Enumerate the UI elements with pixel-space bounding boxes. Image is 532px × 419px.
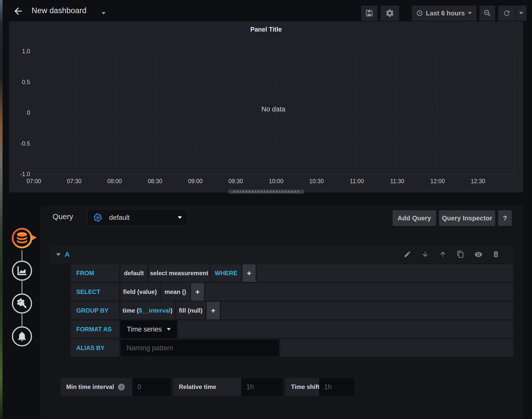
area-chart-icon (16, 265, 28, 276)
duplicate-query-icon[interactable] (457, 250, 465, 259)
refresh-button-group (498, 6, 526, 21)
add-where-condition-button[interactable]: + (243, 264, 256, 282)
zoom-out-icon (483, 9, 491, 17)
gear-wrench-icon (16, 297, 28, 310)
y-tick-label: 0 (10, 109, 30, 116)
x-gridline (236, 51, 236, 174)
help-button[interactable]: ? (498, 210, 512, 226)
x-tick-label: 12:30 (464, 178, 492, 185)
add-query-button[interactable]: Add Query (393, 210, 436, 226)
panel-title[interactable]: Panel Title (9, 26, 523, 33)
relative-time-input[interactable] (241, 378, 282, 396)
y-tick-label: -0.5 (10, 140, 30, 147)
info-icon[interactable]: i (118, 384, 125, 390)
x-tick-label: 07:30 (60, 178, 88, 185)
row-filler (178, 320, 513, 338)
desktop-wallpaper-edge (0, 0, 3, 419)
refresh-caret-icon (519, 12, 523, 14)
groupby-time-prefix: time ( (123, 307, 139, 314)
select-field-segment[interactable]: field (value) (120, 283, 160, 301)
groupby-time-segment[interactable]: time ($__interval) (120, 302, 175, 319)
plot-right-edge (514, 51, 514, 174)
format-as-value: Time series (127, 325, 162, 333)
groupby-time-variable: $__interval (139, 307, 170, 314)
no-data-message: No data (32, 105, 514, 113)
rail-connector (21, 250, 22, 261)
x-gridline (74, 51, 75, 174)
refresh-dashboard-button[interactable] (498, 6, 516, 21)
datasource-name: default (109, 214, 130, 222)
sidebar-tab-alert[interactable] (12, 326, 32, 346)
time-shift-input-wrap (319, 378, 354, 396)
alias-by-input-wrap (120, 339, 279, 357)
refresh-interval-dropdown[interactable] (516, 6, 526, 21)
select-function-segment[interactable]: mean () (161, 283, 190, 301)
min-time-interval-option: Min time interval i (61, 378, 170, 396)
move-query-up-icon[interactable] (439, 250, 447, 259)
top-navigation-bar: New dashboard Last 6 hours (3, 0, 532, 21)
panel-resize-handle[interactable] (228, 190, 304, 194)
datasource-picker[interactable]: default (87, 209, 188, 226)
delete-query-trash-icon[interactable] (492, 250, 500, 259)
where-keyword: WHERE (211, 264, 241, 282)
from-measurement-segment[interactable]: select measurement (149, 264, 210, 282)
time-shift-option: Time shift (285, 378, 354, 396)
from-keyword: FROM (71, 264, 119, 282)
y-tick-label: 1.0 (10, 48, 30, 55)
aliasby-keyword: ALIAS BY (71, 339, 119, 357)
select-keyword: SELECT (71, 283, 119, 301)
x-tick-label: 11:30 (383, 178, 411, 185)
dashboard-title-caret-icon[interactable] (102, 12, 106, 14)
y-gridline (32, 174, 514, 174)
add-groupby-part-button[interactable]: + (207, 302, 220, 319)
relative-time-label: Relative time (179, 383, 216, 390)
edit-pencil-icon[interactable] (404, 250, 412, 259)
query-ref-id: A (65, 250, 70, 259)
time-range-caret-icon (468, 12, 472, 14)
influxdb-datasource-icon (93, 213, 103, 222)
query-inspector-button[interactable]: Query Inspector (439, 210, 495, 226)
dashboard-panel[interactable]: Panel Title No data 1.00.50-0.5-1.0 07:0… (9, 21, 523, 192)
query-tab-content: Query default Add Query Query Inspector … (40, 205, 523, 419)
from-policy-segment[interactable]: default (120, 264, 148, 282)
x-tick-label: 08:00 (101, 178, 129, 185)
y-tick-label: -1.0 (10, 171, 30, 178)
dashboard-title[interactable]: New dashboard (32, 6, 86, 15)
sidebar-tab-general[interactable] (12, 293, 32, 314)
save-dashboard-button[interactable] (361, 6, 377, 21)
formatas-keyword: FORMAT AS (71, 320, 119, 338)
datasource-caret-icon (178, 216, 182, 219)
alias-by-input[interactable] (120, 339, 279, 357)
database-icon (10, 225, 38, 251)
refresh-icon (503, 9, 511, 17)
format-as-dropdown[interactable]: Time series (120, 320, 177, 338)
x-gridline (478, 51, 478, 174)
dashboard-settings-button[interactable] (380, 6, 399, 21)
x-tick-label: 09:00 (181, 178, 209, 185)
min-time-interval-input[interactable] (132, 378, 170, 396)
groupby-keyword: GROUP BY (71, 302, 119, 319)
row-filler (205, 283, 513, 301)
back-button[interactable] (12, 5, 25, 18)
time-shift-input[interactable] (319, 378, 354, 396)
query-section-title: Query (53, 212, 73, 221)
relative-time-input-wrap (241, 378, 282, 396)
rail-connector (21, 281, 22, 293)
y-gridline (32, 144, 514, 144)
time-shift-label: Time shift (291, 383, 320, 390)
toggle-query-visibility-eye-icon[interactable] (474, 250, 482, 259)
groupby-fill-segment[interactable]: fill (null) (176, 302, 206, 319)
time-range-label: Last 6 hours (426, 9, 465, 17)
clock-icon (416, 10, 423, 16)
add-select-part-button[interactable]: + (191, 283, 204, 301)
time-range-picker[interactable]: Last 6 hours (412, 6, 476, 21)
collapse-caret-icon[interactable] (56, 253, 61, 256)
y-tick-label: 0.5 (10, 79, 30, 86)
sidebar-tab-queries[interactable] (10, 225, 38, 251)
x-tick-label: 07:00 (20, 178, 48, 185)
sidebar-tab-visualization[interactable] (12, 261, 32, 281)
query-row-header[interactable]: A (50, 246, 515, 263)
move-query-down-icon[interactable] (421, 250, 429, 259)
zoom-out-time-button[interactable] (479, 6, 495, 21)
min-time-interval-label: Min time interval (66, 383, 114, 390)
